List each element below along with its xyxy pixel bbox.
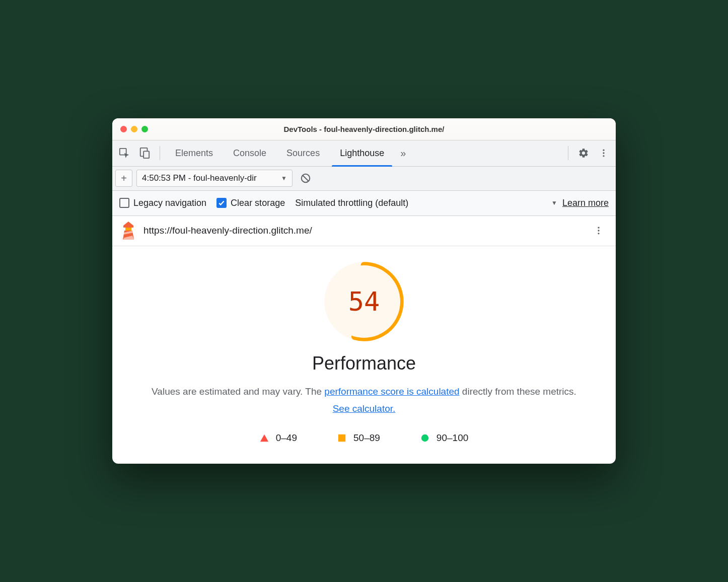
legend-item-average: 50–89 [337,432,380,444]
settings-gear-icon[interactable] [574,144,593,162]
performance-title: Performance [142,353,586,374]
circle-pass-icon [420,433,429,443]
lighthouse-report-body: 54 Performance Values are estimated and … [112,246,616,464]
checkbox-checked-icon [216,198,227,208]
score-calc-link[interactable]: performance score is calculated [324,386,459,397]
divider [160,146,160,160]
svg-rect-19 [338,434,345,442]
more-tabs-button[interactable]: » [395,148,411,159]
new-report-button[interactable]: + [115,170,132,187]
triangle-fail-icon [260,433,269,443]
close-window-button[interactable] [120,126,127,132]
report-selector[interactable]: 4:50:53 PM - foul-heavenly-dir ▼ [136,170,293,187]
desc-text: directly from these metrics. [460,386,576,397]
chevron-down-icon: ▼ [551,199,557,206]
divider [568,146,568,160]
tab-elements[interactable]: Elements [166,140,222,166]
svg-rect-2 [143,152,149,159]
window-title: DevTools - foul-heavenly-direction.glitc… [112,125,616,133]
traffic-lights [112,126,148,132]
legacy-navigation-checkbox[interactable]: Legacy navigation [119,198,206,208]
learn-more-link: Learn more [562,198,609,208]
svg-point-20 [421,434,428,442]
chevron-down-icon: ▼ [281,175,287,182]
tab-lighthouse[interactable]: Lighthouse [331,140,393,166]
legend-item-pass: 90–100 [420,432,468,444]
performance-gauge[interactable]: 54 [324,261,404,342]
see-calculator-link[interactable]: See calculator. [333,403,396,414]
more-options-icon[interactable] [595,144,613,162]
window-titlebar: DevTools - foul-heavenly-direction.glitc… [112,118,616,140]
svg-point-14 [598,230,599,232]
score-legend: 0–49 50–89 90–100 [142,432,586,444]
tab-sources[interactable]: Sources [277,140,329,166]
report-selector-label: 4:50:53 PM - foul-heavenly-dir [142,173,278,183]
svg-line-7 [303,176,309,181]
lighthouse-toolbar: + 4:50:53 PM - foul-heavenly-dir ▼ [112,167,616,191]
svg-point-15 [598,233,599,234]
lighthouse-options-row: Legacy navigation Clear storage Simulate… [112,191,616,216]
svg-point-4 [603,153,604,154]
desc-text: Values are estimated and may vary. The [152,386,324,397]
devtools-tabs-row: Elements Console Sources Lighthouse » [112,140,616,167]
performance-score-value: 54 [324,261,404,342]
square-average-icon [337,433,346,443]
svg-rect-9 [125,228,131,231]
clear-storage-label: Clear storage [231,198,285,208]
device-toggle-icon[interactable] [135,144,154,162]
clear-report-icon[interactable] [297,169,315,187]
svg-marker-18 [260,434,268,442]
svg-point-5 [603,155,604,157]
throttling-label: Simulated throttling (default) [295,198,408,208]
legend-avg-label: 50–89 [353,432,380,444]
legend-item-fail: 0–49 [260,432,297,444]
maximize-window-button[interactable] [141,126,148,132]
svg-point-3 [603,150,604,151]
svg-point-13 [598,227,599,229]
checkbox-unchecked-icon [119,198,129,208]
report-tools-menu-icon[interactable] [590,222,608,240]
clear-storage-checkbox[interactable]: Clear storage [216,198,285,208]
inspect-element-icon[interactable] [115,144,133,162]
svg-marker-8 [123,222,133,228]
minimize-window-button[interactable] [131,126,137,132]
legend-fail-label: 0–49 [276,432,297,444]
report-url-row: https://foul-heavenly-direction.glitch.m… [112,216,616,246]
lighthouse-logo-icon [120,222,136,240]
report-url: https://foul-heavenly-direction.glitch.m… [143,225,312,236]
devtools-window: DevTools - foul-heavenly-direction.glitc… [112,118,616,464]
throttling-selector[interactable]: Simulated throttling (default) [295,198,408,208]
legend-pass-label: 90–100 [436,432,468,444]
legacy-navigation-label: Legacy navigation [133,198,206,208]
tab-console[interactable]: Console [224,140,275,166]
learn-more-link-wrap[interactable]: ▼ Learn more [551,198,609,208]
performance-description: Values are estimated and may vary. The p… [142,383,586,417]
